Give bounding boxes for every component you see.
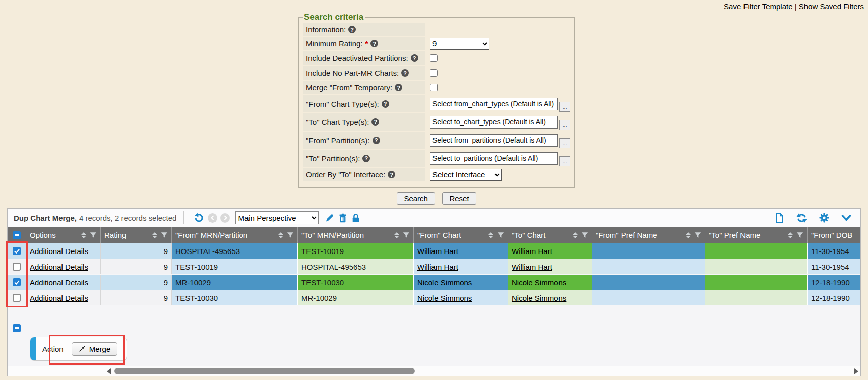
merge-from-temporary-checkbox[interactable] — [430, 84, 438, 91]
lock-perspective-icon[interactable] — [351, 213, 360, 223]
column-header-from-pref-name[interactable]: "From" Pref Name — [592, 227, 705, 243]
column-header-rating[interactable]: Rating — [101, 227, 172, 243]
to-chart-types-picker-button[interactable]: ... — [559, 120, 570, 130]
from-pref-name-cell — [592, 259, 705, 274]
to-chart-link[interactable]: Nicole Simmons — [512, 278, 566, 287]
reset-button[interactable]: Reset — [442, 192, 476, 205]
column-header-to-mrn[interactable]: "To" MRN/Partition — [298, 227, 414, 243]
scroll-left-arrow-icon[interactable] — [107, 368, 111, 374]
row-select-cell — [8, 259, 26, 274]
toolbar-right-icons — [773, 213, 853, 223]
from-chart-link[interactable]: Nicole Simmons — [417, 278, 472, 287]
column-header-from-dob[interactable]: "From" DOB — [808, 227, 860, 243]
to-chart-link[interactable]: William Hart — [512, 263, 552, 271]
filter-funnel-icon[interactable] — [497, 232, 504, 238]
form-buttons: Search Reset — [298, 192, 575, 205]
column-header-to-chart[interactable]: "To" Chart — [508, 227, 592, 243]
collapse-chevron-icon[interactable] — [841, 214, 851, 222]
help-icon[interactable]: ? — [401, 69, 409, 77]
order-by-interface-select[interactable]: Select Interface — [430, 169, 502, 181]
column-header-options[interactable]: Options — [26, 227, 101, 243]
include-no-partmr-checkbox[interactable] — [430, 69, 438, 77]
sort-icon[interactable] — [488, 232, 493, 238]
select-all-checkbox[interactable] — [13, 231, 21, 239]
help-icon[interactable]: ? — [370, 40, 378, 47]
minimum-rating-select[interactable]: 9 — [430, 38, 489, 50]
from-partitions-picker-button[interactable]: ... — [559, 138, 570, 148]
additional-details-link[interactable]: Additional Details — [30, 247, 88, 256]
nav-forward-icon[interactable] — [220, 213, 230, 223]
to-chart-link[interactable]: Nicole Simmons — [512, 294, 566, 302]
from-dob-cell: 11-30-1954 — [808, 243, 860, 259]
help-icon[interactable]: ? — [348, 26, 356, 33]
sort-icon[interactable] — [81, 232, 86, 238]
from-chart-link[interactable]: Nicole Simmons — [417, 294, 472, 302]
filter-funnel-icon[interactable] — [796, 232, 803, 238]
edit-perspective-icon[interactable] — [325, 213, 334, 223]
row-checkbox-unchecked[interactable] — [13, 263, 21, 271]
filter-funnel-icon[interactable] — [581, 232, 588, 238]
from-chart-link[interactable]: William Hart — [417, 263, 458, 271]
nav-back-icon[interactable] — [208, 213, 217, 223]
help-icon[interactable]: ? — [373, 137, 380, 144]
to-chart-link[interactable]: William Hart — [512, 247, 552, 256]
from-chart-types-input[interactable] — [430, 98, 558, 110]
include-deactivated-label-text: Include Deactivated Partitions: — [306, 54, 408, 62]
to-mrn-cell: TEST-10030 — [298, 275, 414, 290]
save-filter-template-link[interactable]: Save Filter Template — [724, 2, 792, 11]
minimum-rating-label: Minimum Rating: * ? — [303, 37, 425, 50]
show-saved-filters-link[interactable]: Show Saved Filters — [799, 2, 864, 11]
help-icon[interactable]: ? — [371, 118, 379, 126]
additional-details-link[interactable]: Additional Details — [30, 263, 88, 271]
footer-select-all-checkbox[interactable] — [13, 324, 21, 332]
column-header-from-mrn[interactable]: "From" MRN/Partition — [172, 227, 298, 243]
sort-icon[interactable] — [573, 232, 578, 238]
column-header-to-pref-name[interactable]: "To" Pref Name — [705, 227, 808, 243]
settings-gear-icon[interactable] — [819, 213, 829, 223]
new-document-icon[interactable] — [775, 213, 784, 223]
sort-icon[interactable] — [788, 232, 793, 238]
sort-icon[interactable] — [278, 232, 283, 238]
merge-button[interactable]: Merge — [72, 342, 118, 356]
scroll-right-arrow-icon[interactable] — [854, 368, 858, 374]
help-icon[interactable]: ? — [382, 100, 389, 108]
from-chart-link[interactable]: William Hart — [417, 247, 458, 256]
filter-funnel-icon[interactable] — [403, 232, 410, 238]
filter-funnel-icon[interactable] — [90, 232, 97, 238]
filter-funnel-icon[interactable] — [694, 232, 701, 238]
column-header-from-chart[interactable]: "From" Chart — [414, 227, 508, 243]
row-checkbox-unchecked[interactable] — [13, 294, 21, 302]
to-pref-name-cell — [705, 243, 808, 259]
include-deactivated-checkbox[interactable] — [430, 54, 438, 62]
refresh-icon[interactable] — [796, 213, 807, 223]
additional-details-link[interactable]: Additional Details — [30, 294, 88, 302]
delete-perspective-icon[interactable] — [338, 213, 347, 223]
rating-cell: 9 — [101, 259, 172, 274]
additional-details-link[interactable]: Additional Details — [30, 278, 88, 287]
perspective-select[interactable]: Main Perspective — [235, 211, 319, 224]
help-icon[interactable]: ? — [388, 171, 395, 178]
help-icon[interactable]: ? — [362, 155, 370, 162]
search-button[interactable]: Search — [397, 192, 435, 205]
sort-icon[interactable] — [394, 232, 399, 238]
row-checkbox-checked[interactable] — [13, 247, 21, 255]
undo-icon[interactable] — [193, 212, 204, 223]
to-pref-name-cell — [705, 259, 808, 274]
to-chart-types-input[interactable] — [430, 116, 558, 129]
row-checkbox-checked[interactable] — [13, 278, 21, 286]
to-mrn-cell: TEST-10019 — [298, 243, 414, 259]
filter-funnel-icon[interactable] — [161, 232, 168, 238]
scrollbar-thumb[interactable] — [114, 368, 415, 374]
to-partitions-input[interactable] — [430, 152, 558, 165]
help-icon[interactable]: ? — [411, 54, 418, 62]
required-asterisk: * — [365, 39, 368, 48]
frame-edge-line — [4, 208, 4, 376]
sort-icon[interactable] — [152, 232, 157, 238]
from-chart-types-picker-button[interactable]: ... — [559, 102, 570, 112]
to-partitions-picker-button[interactable]: ... — [559, 156, 570, 166]
merge-arrows-icon — [79, 345, 86, 352]
help-icon[interactable]: ? — [395, 84, 402, 91]
filter-funnel-icon[interactable] — [287, 232, 294, 238]
sort-icon[interactable] — [686, 232, 691, 238]
from-partitions-input[interactable] — [430, 134, 558, 147]
